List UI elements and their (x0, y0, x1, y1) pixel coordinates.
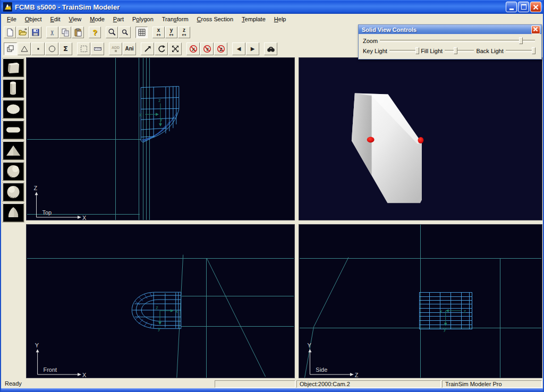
toolbar-separator (148, 24, 152, 40)
status-object: Object:2000:Cam.2 (296, 380, 441, 388)
rotate-tool-button[interactable] (155, 42, 168, 55)
shaded-sphere-tool-button[interactable] (3, 162, 24, 181)
zoom-out-button[interactable] (118, 27, 131, 38)
minimize-button[interactable] (506, 2, 517, 12)
find-button[interactable] (264, 42, 277, 55)
menu-part[interactable]: Part (109, 14, 128, 24)
capsule-icon (3, 121, 23, 139)
no-x-icon: X (189, 45, 198, 53)
menu-help[interactable]: Help (270, 14, 291, 24)
rotate-icon (157, 45, 166, 53)
svg-text:y: y (444, 326, 446, 332)
top-viewport[interactable]: z x y Z Top X (26, 57, 295, 220)
prev-button[interactable]: ◀ (232, 42, 245, 55)
lock-x-button[interactable]: X (186, 42, 200, 55)
cone-tool-button[interactable] (3, 141, 24, 160)
front-viewport-canvas[interactable]: z x y Y Front X (27, 225, 294, 378)
zoom-slider[interactable] (380, 40, 535, 42)
open-button[interactable] (16, 27, 29, 38)
circle-icon (48, 45, 56, 53)
ruler-icon (94, 45, 102, 53)
back-light-slider-label: Back Light (476, 48, 503, 54)
solid-view-controls-titlebar[interactable]: Solid View Controls (359, 25, 541, 34)
quad-mode-button[interactable] (4, 42, 17, 55)
toolbar-separator (105, 40, 109, 57)
fill-light-slider-thumb[interactable] (454, 47, 457, 54)
cylinder-icon (3, 80, 23, 97)
menu-cross-section[interactable]: Cross Section (193, 14, 238, 24)
close-icon (533, 27, 538, 32)
cut-button[interactable]: ✂ (46, 27, 58, 38)
title-bar[interactable]: FCMB s5000 - TrainSim Modeler (1, 0, 543, 14)
move-arrow-icon (143, 45, 152, 53)
menu-view[interactable]: View (65, 14, 86, 24)
close-button[interactable] (530, 2, 541, 12)
sphere-tool-button[interactable] (3, 100, 24, 118)
menu-edit[interactable]: Edit (46, 14, 65, 24)
toolbar-separator (73, 40, 77, 57)
y-axis-button[interactable]: y↔ (165, 27, 177, 38)
circle-mode-button[interactable] (45, 42, 58, 55)
add-button: ADD (109, 42, 122, 55)
menu-template[interactable]: Template (237, 14, 270, 24)
scale-tool-button[interactable] (168, 42, 182, 55)
solid-viewport[interactable] (299, 57, 542, 220)
toolbar-separator (131, 24, 135, 40)
lock-y-button[interactable]: Y (200, 42, 214, 55)
open-folder-icon (19, 28, 27, 37)
x-axis-button[interactable]: x↔ (152, 27, 165, 38)
fill-light-slider[interactable] (445, 50, 474, 52)
triangle-mode-button[interactable] (18, 42, 31, 55)
shaded-sphere2-tool-button[interactable] (3, 183, 24, 201)
help-button[interactable]: ? (89, 27, 101, 38)
marquee-select-button[interactable] (77, 42, 90, 55)
magnifier-small-icon (121, 28, 129, 37)
ruler-button[interactable] (91, 42, 104, 55)
spline-mode-button[interactable]: Σ (59, 42, 72, 55)
back-light-slider-thumb[interactable] (532, 47, 536, 54)
grid-toggle-button[interactable] (135, 27, 148, 38)
new-button[interactable] (4, 27, 16, 38)
zoom-slider-thumb[interactable] (519, 37, 523, 44)
point-mode-button[interactable] (31, 42, 45, 55)
move-tool-button[interactable] (141, 42, 154, 55)
close-icon (533, 4, 539, 10)
zoom-in-button[interactable] (106, 27, 118, 38)
restore-button[interactable] (518, 2, 529, 12)
next-button[interactable]: ▶ (246, 42, 259, 55)
menu-polygon[interactable]: Polygon (128, 14, 158, 24)
box-tool-button[interactable] (3, 58, 24, 77)
key-light-slider[interactable] (389, 50, 419, 52)
menu-object[interactable]: Object (21, 14, 46, 24)
side-viewport[interactable]: x z y Y Side Z (299, 224, 542, 378)
status-empty-pane (215, 380, 295, 388)
solid-viewport-canvas[interactable] (299, 58, 542, 220)
svg-text:y: y (160, 116, 163, 122)
z-axis-button[interactable]: z↔ (178, 27, 190, 38)
paste-button[interactable] (72, 27, 84, 38)
panel-close-button[interactable] (531, 25, 540, 34)
status-ready: Ready (2, 380, 214, 388)
key-light-slider-thumb[interactable] (415, 47, 419, 54)
solid-view-controls-body: Zoom Key Light Fill Light Back Light (359, 34, 541, 59)
menu-file[interactable]: File (3, 14, 21, 24)
ani-button[interactable]: Ani (123, 42, 136, 55)
lock-z-button[interactable]: Z (214, 42, 227, 55)
side-viewport-canvas[interactable]: x z y Y Side Z (299, 225, 542, 378)
cylinder-tool-button[interactable] (3, 79, 24, 98)
menu-transform[interactable]: Transform (158, 14, 193, 24)
back-light-slider[interactable] (506, 50, 535, 52)
add-icon: ADD (112, 46, 120, 49)
restore-icon (521, 4, 526, 10)
menu-mode[interactable]: Mode (86, 14, 109, 24)
menu-bar: FileObjectEditViewModePartPolygonTransfo… (1, 14, 543, 24)
grid-icon (138, 28, 146, 37)
top-viewport-canvas[interactable]: z x y Z Top X (27, 58, 294, 220)
front-viewport[interactable]: z x y Y Front X (26, 224, 295, 378)
toolbar-separator (182, 40, 186, 57)
copy-button[interactable] (59, 27, 71, 38)
toolbar-separator (42, 24, 46, 40)
capsule-tool-button[interactable] (3, 121, 24, 139)
dome-tool-button[interactable] (3, 203, 24, 222)
save-button[interactable] (29, 27, 41, 38)
